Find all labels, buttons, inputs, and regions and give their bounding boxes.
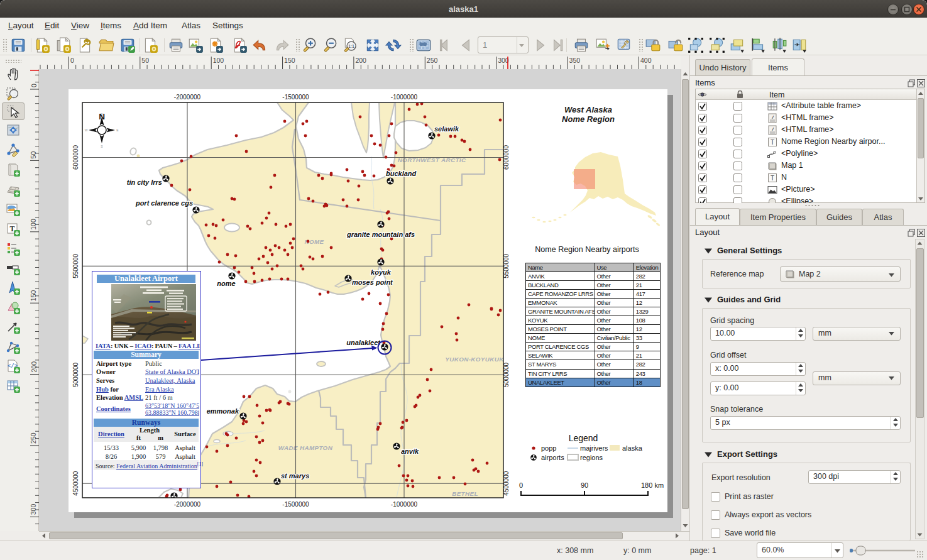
svg-text:moses point: moses point	[352, 278, 393, 286]
svg-text:-1500000: -1500000	[282, 94, 309, 101]
svg-text:180 km: 180 km	[641, 481, 664, 489]
svg-text:regions: regions	[580, 454, 603, 461]
svg-text:airports: airports	[541, 454, 564, 461]
svg-text:5500000: 5500000	[503, 253, 510, 278]
svg-text:150: 150	[30, 290, 38, 302]
svg-text:90: 90	[581, 481, 588, 489]
svg-text:-2000000: -2000000	[174, 94, 201, 101]
svg-text:N: N	[99, 112, 105, 121]
svg-text:tin city lrrs: tin city lrrs	[127, 178, 162, 186]
svg-text:350: 350	[569, 57, 581, 64]
svg-text:5500000: 5500000	[72, 253, 79, 278]
svg-text:5000000: 5000000	[503, 362, 510, 387]
svg-text:koyuk: koyuk	[371, 268, 392, 276]
svg-text:400: 400	[640, 57, 652, 64]
svg-text:300: 300	[30, 504, 38, 515]
svg-text:6000000: 6000000	[72, 145, 79, 170]
svg-text:st marys: st marys	[281, 472, 309, 480]
svg-text:5000000: 5000000	[72, 362, 79, 387]
svg-text:T: T	[771, 139, 774, 146]
svg-text:100: 100	[30, 219, 38, 230]
svg-text:6000000: 6000000	[503, 145, 510, 170]
svg-text:port clarence cgs: port clarence cgs	[135, 199, 193, 207]
svg-text:popp: popp	[541, 444, 556, 452]
svg-text:150: 150	[284, 57, 295, 64]
svg-text:0: 0	[519, 481, 523, 489]
svg-text:50: 50	[141, 57, 149, 64]
svg-text:alaska: alaska	[622, 444, 643, 452]
svg-text:buckland: buckland	[386, 170, 417, 177]
svg-text:200: 200	[355, 57, 366, 64]
svg-text:-1000000: -1000000	[391, 94, 418, 101]
svg-text:100: 100	[213, 57, 224, 64]
svg-text:T: T	[771, 175, 774, 182]
svg-text:-1000000: -1000000	[391, 501, 418, 508]
svg-text:unalakleet: unalakleet	[346, 339, 381, 346]
svg-text:nome: nome	[217, 280, 235, 287]
svg-text:-2000000: -2000000	[174, 501, 201, 508]
svg-text:4500000: 4500000	[72, 471, 79, 495]
svg-text:200: 200	[30, 361, 38, 373]
svg-text:emmonak: emmonak	[207, 407, 239, 415]
svg-text:0: 0	[30, 84, 38, 87]
svg-text:anvik: anvik	[401, 447, 419, 455]
svg-text:250: 250	[30, 432, 38, 444]
svg-text:1:1: 1:1	[348, 44, 354, 48]
svg-text:WADE HAMPTON: WADE HAMPTON	[278, 444, 333, 451]
svg-text:250: 250	[427, 57, 438, 64]
svg-text:granite mountain afs: granite mountain afs	[346, 231, 415, 238]
svg-text:majrivers: majrivers	[580, 444, 608, 452]
svg-text:Legend: Legend	[569, 433, 598, 443]
svg-text:-1500000: -1500000	[282, 501, 309, 508]
svg-text:selawik: selawik	[434, 125, 459, 133]
svg-text:YUKON-KOYUKUK: YUKON-KOYUKUK	[445, 356, 504, 363]
svg-text:W: W	[85, 128, 88, 132]
svg-text:0: 0	[70, 57, 74, 64]
svg-text:4500000: 4500000	[503, 471, 510, 495]
svg-text:50: 50	[30, 151, 38, 159]
svg-text:BETHEL: BETHEL	[452, 490, 478, 497]
